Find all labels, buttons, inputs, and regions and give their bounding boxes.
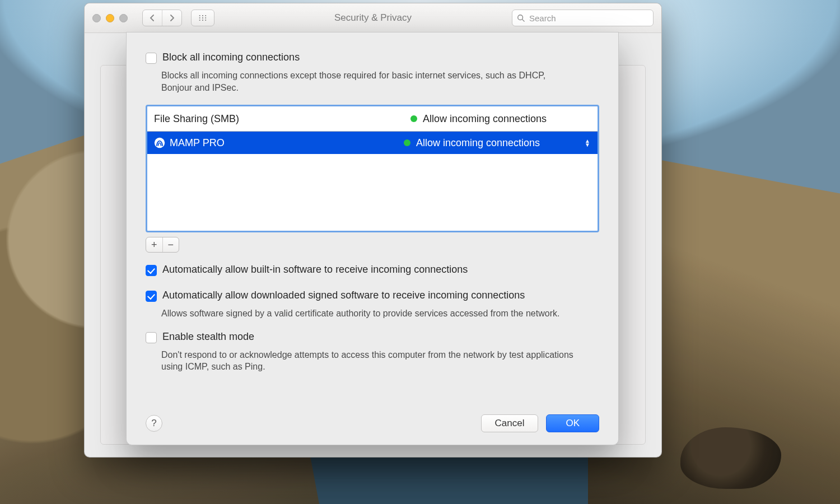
block-all-label: Block all incoming connections [162, 52, 300, 63]
minimize-button[interactable] [106, 14, 114, 22]
traffic-lights [92, 14, 128, 22]
search-input[interactable] [528, 13, 648, 24]
grid-icon [198, 15, 207, 21]
help-button[interactable]: ? [146, 415, 162, 432]
mamp-pro-icon [154, 137, 165, 148]
titlebar: Security & Privacy [85, 3, 661, 33]
sheet-footer: ? Cancel OK [146, 414, 599, 432]
back-button[interactable] [143, 10, 162, 26]
auto-signed-checkbox[interactable] [146, 291, 157, 302]
list-item-file-sharing[interactable]: File Sharing (SMB) Allow incoming connec… [147, 106, 598, 132]
forward-button[interactable] [162, 10, 181, 26]
search-icon [517, 14, 525, 22]
search-field[interactable] [512, 10, 654, 26]
firewall-options-sheet: Block all incoming connections Blocks al… [126, 32, 619, 445]
auto-builtin-label: Automatically allow built-in software to… [162, 264, 468, 276]
stealth-option[interactable]: Enable stealth mode [146, 331, 599, 343]
show-all-button[interactable] [191, 10, 214, 26]
nav-back-forward [142, 10, 182, 26]
app-name: MAMP PRO [170, 137, 404, 149]
chevron-left-icon [150, 15, 155, 21]
list-item-mamp-pro[interactable]: MAMP PRO Allow incoming connections ▲▼ [147, 132, 598, 154]
status-dot-icon [404, 139, 410, 146]
close-button[interactable] [92, 14, 101, 22]
wallpaper-rock [680, 427, 781, 489]
status-dot-icon [410, 115, 417, 122]
block-all-option[interactable]: Block all incoming connections [146, 52, 599, 64]
ok-button[interactable]: OK [546, 414, 599, 432]
app-status: Allow incoming connections [423, 113, 591, 125]
cancel-button[interactable]: Cancel [481, 414, 539, 432]
block-all-checkbox[interactable] [146, 53, 157, 64]
stealth-desc: Don't respond to or acknowledge attempts… [161, 349, 576, 373]
auto-builtin-checkbox[interactable] [146, 265, 157, 276]
svg-line-1 [522, 20, 525, 22]
stealth-label: Enable stealth mode [162, 331, 254, 343]
app-status-select[interactable]: Allow incoming connections [416, 137, 584, 149]
add-app-button[interactable]: + [146, 237, 162, 252]
auto-signed-label: Automatically allow downloaded signed so… [162, 290, 525, 301]
up-down-icon[interactable]: ▲▼ [584, 139, 591, 147]
stealth-checkbox[interactable] [146, 332, 157, 343]
auto-signed-option[interactable]: Automatically allow downloaded signed so… [146, 290, 599, 302]
zoom-button[interactable] [119, 14, 128, 22]
app-name: File Sharing (SMB) [154, 113, 410, 125]
block-all-desc: Blocks all incoming connections except t… [161, 69, 576, 94]
auto-builtin-option[interactable]: Automatically allow built-in software to… [146, 264, 599, 276]
auto-signed-desc: Allows software signed by a valid certif… [161, 307, 576, 320]
remove-app-button[interactable]: − [162, 237, 179, 252]
firewall-app-list[interactable]: File Sharing (SMB) Allow incoming connec… [146, 105, 599, 232]
add-remove-segment: + − [146, 237, 179, 253]
chevron-right-icon [169, 15, 175, 21]
